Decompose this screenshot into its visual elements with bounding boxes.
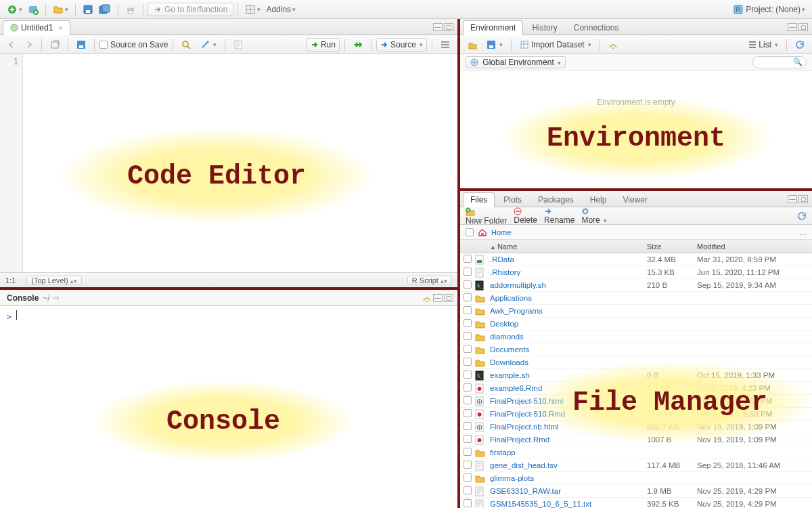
env-search[interactable]: 🔍 (752, 56, 807, 68)
tab-viewer[interactable]: Viewer (615, 192, 654, 207)
file-row[interactable]: FinalProject-510.html2.1 MBDec 5, 2019, … (460, 395, 812, 408)
files-list[interactable]: File Manager .RData32.4 MBMar 31, 2020, … (460, 253, 812, 508)
row-checkbox[interactable] (464, 486, 472, 494)
file-name[interactable]: GSE63310_RAW.tar (490, 487, 561, 495)
file-name[interactable]: addormultiply.sh (490, 281, 546, 289)
file-row[interactable]: .Rhistory15.3 KBJun 15, 2020, 11:12 PM (460, 266, 812, 279)
file-row[interactable]: Awk_Programs (460, 305, 812, 318)
breadcrumb-more[interactable]: … (799, 228, 807, 236)
file-name[interactable]: FinalProject.Rmd (490, 436, 549, 444)
row-checkbox[interactable] (464, 345, 472, 353)
file-row[interactable]: Desktop (460, 318, 812, 331)
file-row[interactable]: FinalProject.nb.html655.7 KBNov 19, 2019… (460, 421, 812, 433)
col-name[interactable]: ▲Name (489, 242, 647, 251)
close-icon[interactable]: × (58, 24, 62, 32)
row-checkbox[interactable] (464, 422, 472, 430)
refresh-env-button[interactable] (792, 39, 808, 50)
more-button[interactable]: More ▾ (581, 207, 607, 225)
row-checkbox[interactable] (464, 280, 472, 289)
minimize-console-button[interactable]: — (433, 294, 443, 302)
save-all-button[interactable] (96, 3, 114, 16)
file-name[interactable]: Awk_Programs (490, 307, 543, 315)
maximize-console-button[interactable]: ▢ (444, 294, 453, 302)
editor-textarea[interactable] (23, 54, 457, 272)
refresh-files-button[interactable] (797, 211, 807, 221)
file-row[interactable]: Applications (460, 292, 812, 305)
file-row[interactable]: Downloads (460, 356, 812, 369)
file-name[interactable]: .Rhistory (490, 268, 520, 276)
row-checkbox[interactable] (464, 358, 472, 366)
project-menu[interactable]: R Project: (None) ▾ (731, 3, 808, 16)
file-name[interactable]: GSM1545535_10_6_5_11.txt (490, 500, 591, 508)
row-checkbox[interactable] (464, 409, 472, 417)
rename-button[interactable]: Rename (544, 207, 574, 225)
source-on-save-checkbox[interactable] (99, 41, 108, 49)
scope-selector[interactable]: (Top Level) ▴▾ (26, 276, 81, 285)
row-checkbox[interactable] (464, 255, 472, 263)
file-row[interactable]: .RData32.4 MBMar 31, 2020, 8:59 PM (460, 253, 812, 266)
editor-save-button[interactable] (73, 39, 89, 50)
clear-console-button[interactable] (422, 294, 432, 302)
row-checkbox[interactable] (464, 293, 472, 301)
clear-env-button[interactable] (605, 40, 621, 49)
file-row[interactable]: example6.Rmd1.3 KBOct 6, 2019, 4:23 PM (460, 382, 812, 395)
file-name[interactable]: FinalProject-510.Rmd (490, 410, 565, 418)
file-row[interactable]: Documents (460, 343, 812, 356)
find-button[interactable] (178, 39, 194, 50)
tab-packages[interactable]: Packages (531, 192, 581, 207)
file-name[interactable]: example.sh (490, 371, 530, 379)
breadcrumb-home[interactable]: Home (491, 228, 511, 236)
save-workspace-button[interactable]: ▾ (483, 39, 506, 50)
report-button[interactable] (230, 39, 246, 50)
row-checkbox[interactable] (464, 461, 472, 469)
addins-menu[interactable]: Addins ▾ (263, 3, 298, 16)
row-checkbox[interactable] (464, 306, 472, 314)
file-name[interactable]: Applications (490, 294, 532, 302)
row-checkbox[interactable] (464, 319, 472, 327)
load-workspace-button[interactable] (464, 39, 480, 50)
maximize-pane-button[interactable]: ▢ (444, 23, 453, 31)
tab-connections[interactable]: Connections (566, 20, 627, 35)
row-checkbox[interactable] (464, 371, 472, 379)
show-in-new-window-button[interactable] (47, 39, 63, 50)
tab-plots[interactable]: Plots (496, 192, 529, 207)
file-row[interactable]: diamonds (460, 331, 812, 343)
new-file-button[interactable]: ▾ (4, 3, 25, 16)
row-checkbox[interactable] (464, 332, 472, 340)
col-modified[interactable]: Modified (697, 242, 812, 251)
run-button[interactable]: Run (307, 38, 340, 51)
select-all-checkbox[interactable] (466, 228, 474, 236)
minimize-files-button[interactable]: — (788, 195, 797, 203)
tab-help[interactable]: Help (583, 192, 614, 207)
file-row[interactable]: GSM1545535_10_6_5_11.txt392.5 KBNov 25, … (460, 498, 812, 508)
file-name[interactable]: gene_dist_head.tsv (490, 461, 558, 469)
save-button[interactable] (80, 3, 96, 16)
rerun-button[interactable] (350, 40, 366, 49)
col-size[interactable]: Size (647, 242, 697, 251)
tab-files[interactable]: Files (463, 192, 495, 207)
file-name[interactable]: FinalProject-510.html (490, 397, 564, 405)
file-row[interactable]: FinalProject.Rmd1007 BNov 19, 2019, 1:09… (460, 433, 812, 446)
tab-history[interactable]: History (524, 20, 564, 35)
file-name[interactable]: .RData (490, 255, 514, 263)
wand-button[interactable]: ▾ (197, 39, 220, 50)
file-name[interactable]: glimma-plots (490, 474, 534, 482)
maximize-files-button[interactable]: ▢ (798, 195, 808, 203)
env-scope-selector[interactable]: Global Environment ▾ (466, 56, 566, 68)
back-button[interactable] (4, 40, 19, 49)
row-checkbox[interactable] (464, 448, 472, 456)
row-checkbox[interactable] (464, 396, 472, 404)
file-row[interactable]: glimma-plots (460, 472, 812, 485)
minimize-pane-button[interactable]: — (433, 23, 443, 31)
row-checkbox[interactable] (464, 383, 472, 391)
goto-file-function[interactable]: Go to file/function (148, 3, 233, 16)
file-row[interactable]: GSE63310_RAW.tar1.9 MBNov 25, 2019, 4:29… (460, 485, 812, 498)
minimize-env-button[interactable]: — (788, 23, 797, 31)
maximize-env-button[interactable]: ▢ (798, 23, 808, 31)
panes-button[interactable]: ▾ (242, 3, 263, 16)
env-view-mode[interactable]: List ▾ (745, 39, 782, 50)
source-button[interactable]: Source ▾ (376, 38, 427, 51)
tab-environment[interactable]: Environment (463, 20, 523, 35)
new-project-button[interactable] (25, 3, 41, 16)
import-dataset-button[interactable]: Import Dataset ▾ (516, 39, 595, 50)
